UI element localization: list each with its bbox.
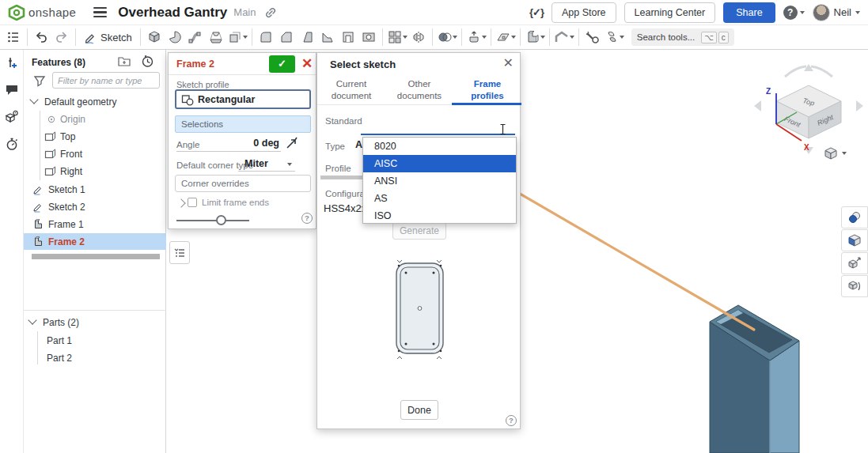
rib-button[interactable] (317, 27, 338, 47)
frame-button[interactable] (524, 27, 546, 47)
sheet-metal-button[interactable] (553, 27, 575, 47)
dropdown-option-iso[interactable]: ISO (363, 207, 516, 225)
dropdown-option-aisc[interactable]: AISC (363, 155, 516, 172)
loft-button[interactable] (206, 27, 226, 47)
standard-input-underline[interactable] (361, 134, 515, 135)
dialog-header: Frame 2 ✓ ✕ (169, 53, 316, 75)
plane-button[interactable] (495, 27, 517, 47)
filter-input[interactable] (52, 72, 160, 89)
feature-item-origin[interactable]: Origin (24, 111, 166, 127)
close-button[interactable]: ✕ (503, 55, 514, 70)
help-icon[interactable]: ? (301, 213, 313, 224)
share-button[interactable]: Share (723, 2, 775, 23)
confirm-button[interactable]: ✓ (269, 55, 295, 73)
feature-item-top-plane[interactable]: Top (24, 128, 166, 145)
mirror-button[interactable] (408, 27, 429, 47)
new-folder-button[interactable] (117, 55, 131, 70)
comments-button[interactable] (0, 77, 24, 104)
redo-button[interactable] (51, 27, 72, 47)
exploded-view-button[interactable] (841, 252, 868, 274)
tab-frame-profiles[interactable]: Frame profiles (453, 74, 521, 104)
sweep-button[interactable] (185, 27, 206, 47)
generate-button[interactable]: Generate (392, 222, 446, 240)
chevron-right-icon[interactable] (176, 198, 185, 207)
insert-variable-button[interactable] (0, 50, 24, 77)
corner-type-value[interactable]: Miter (244, 158, 268, 169)
revolve-button[interactable] (165, 27, 185, 47)
view-options-button[interactable] (823, 145, 855, 162)
named-views-button[interactable] (841, 275, 868, 297)
appearance-panel-button[interactable] (841, 206, 868, 228)
tab-current-document[interactable]: Current document (317, 74, 385, 104)
boolean-button[interactable] (436, 27, 458, 47)
chevron-down-icon (453, 36, 457, 39)
shell-button[interactable] (338, 27, 358, 47)
rollback-slider-handle[interactable] (216, 215, 226, 225)
dropdown-option-8020[interactable]: 8020 (363, 138, 516, 155)
type-label: Type (325, 142, 345, 151)
enclose-button[interactable] (465, 27, 487, 47)
history-button[interactable] (141, 55, 154, 70)
learning-center-button[interactable]: Learning Center (624, 2, 716, 23)
thicken-button[interactable] (226, 27, 248, 47)
feature-item-sketch-2[interactable]: Sketch 2 (24, 198, 166, 215)
linear-pattern-button[interactable] (386, 27, 408, 47)
section-view-button[interactable] (841, 229, 868, 251)
filter-icon[interactable] (33, 74, 46, 87)
rollback-bar[interactable] (32, 254, 160, 259)
custom-features-icon (604, 29, 620, 45)
profile-select-box[interactable]: Rectangular (175, 89, 311, 109)
undo-button[interactable] (31, 27, 51, 47)
hole-button[interactable] (358, 27, 379, 47)
cancel-button[interactable]: ✕ (298, 55, 316, 73)
part-item-2[interactable]: Part 2 (24, 349, 166, 366)
plane-icon (44, 131, 56, 142)
fillet-button[interactable] (256, 27, 276, 47)
part-item-1[interactable]: Part 1 (24, 332, 166, 349)
chevron-down-icon[interactable] (287, 163, 292, 166)
help-icon[interactable]: ? (506, 415, 517, 426)
search-tools-button[interactable]: Search tools... ⌥ c (631, 28, 734, 46)
feature-item-right-plane[interactable]: Right (24, 163, 166, 179)
dropdown-option-ansi[interactable]: ANSI (363, 172, 516, 190)
limit-frame-ends-checkbox[interactable] (188, 198, 197, 207)
profile-label: Profile (325, 164, 351, 173)
custom-features-button[interactable] (603, 27, 625, 47)
feature-list-flyout-button[interactable] (169, 241, 190, 264)
feature-item-frame-1[interactable]: Frame 1 (24, 216, 166, 232)
help-menu[interactable]: ? (783, 6, 805, 20)
chevron-down-icon (28, 315, 36, 324)
feature-item-default-geometry[interactable]: Default geometry (24, 93, 166, 110)
configuration-value[interactable]: HSS4x2x (324, 202, 366, 214)
type-value[interactable]: A (355, 139, 362, 150)
link-icon[interactable] (264, 6, 277, 19)
frame-feature-icon (32, 218, 44, 230)
user-menu[interactable]: Neil (813, 4, 860, 21)
featurescript-tools-button[interactable] (582, 27, 603, 47)
sketch-button[interactable]: Sketch (79, 27, 137, 47)
versions-icon[interactable]: {✓} (529, 6, 544, 18)
revolve-icon (167, 29, 183, 45)
draft-button[interactable] (297, 27, 317, 47)
workspace-label[interactable]: Main (233, 6, 256, 18)
done-button[interactable]: Done (400, 400, 438, 420)
app-store-button[interactable]: App Store (552, 2, 616, 23)
selections-box[interactable]: Selections (175, 115, 311, 133)
corner-overrides-box[interactable]: Corner overrides (175, 175, 311, 192)
panel-toggle-button[interactable] (3, 27, 24, 47)
main-menu-button[interactable] (93, 7, 107, 17)
frame-icon (525, 29, 540, 45)
dropdown-option-as[interactable]: AS (363, 190, 516, 207)
chamfer-button[interactable] (276, 27, 297, 47)
feature-item-sketch-1[interactable]: Sketch 1 (24, 181, 166, 198)
features-panel: Features (8) Default geometry (24, 50, 166, 453)
model-info-button[interactable] (0, 104, 24, 130)
parts-section-header[interactable]: Parts (2) (24, 314, 166, 330)
feature-item-frame-2[interactable]: Frame 2 (24, 233, 166, 250)
angle-value[interactable]: 0 deg (216, 138, 279, 149)
feature-item-front-plane[interactable]: Front (24, 145, 166, 162)
performance-button[interactable] (0, 130, 24, 157)
tab-other-documents[interactable]: Other documents (385, 74, 453, 104)
flip-direction-icon[interactable] (284, 135, 300, 151)
extrude-button[interactable] (144, 27, 165, 47)
